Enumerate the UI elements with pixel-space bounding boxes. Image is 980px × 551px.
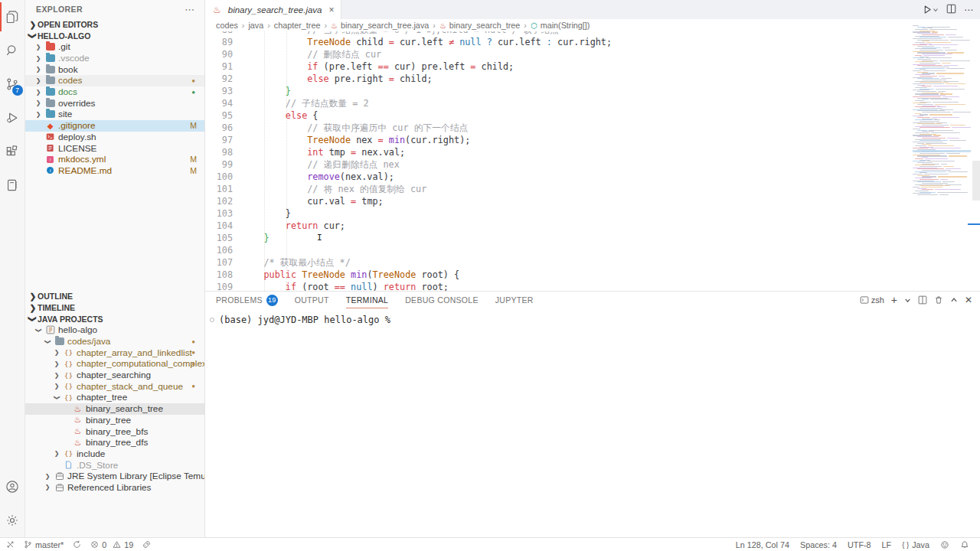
outline-section[interactable]: ❯ OUTLINE xyxy=(25,290,204,302)
code-line-104[interactable]: 104 return cur; xyxy=(205,220,911,232)
code-line-100[interactable]: 100 remove(nex.val); xyxy=(205,171,911,183)
indentation-setting[interactable]: Spaces: 4 xyxy=(800,540,837,549)
code-line-91[interactable]: 91 if (pre.left == cur) pre.left = child… xyxy=(205,60,911,73)
new-terminal-icon[interactable]: + xyxy=(891,294,897,306)
split-terminal-icon[interactable] xyxy=(918,295,927,305)
tree-item-chapter-array-and-linkedlist[interactable]: ❯{}chapter_array_and_linkedlist● xyxy=(25,347,204,358)
code-line-94[interactable]: 94 // 子结点数量 = 2 xyxy=(205,97,911,109)
timeline-section[interactable]: ❯ TIMELINE xyxy=(25,302,204,313)
maximize-panel-icon[interactable] xyxy=(950,296,958,304)
kill-terminal-icon[interactable] xyxy=(934,295,943,305)
editor-scrollbar[interactable] xyxy=(972,161,980,201)
tree-item-license[interactable]: LICENSE xyxy=(25,142,204,154)
tree-item-readme-md[interactable]: iREADME.mdM xyxy=(25,165,204,177)
tree-item-site[interactable]: ❯site xyxy=(25,109,204,120)
code-line-92[interactable]: 92 else pre.right = child; xyxy=(205,73,911,85)
tree-item-docs[interactable]: ❯docs● xyxy=(25,86,204,98)
tree-item--ds-store[interactable]: .DS_Store xyxy=(25,459,204,471)
activity-explorer-icon[interactable] xyxy=(0,0,25,34)
close-tab-icon[interactable]: × xyxy=(329,5,335,15)
tree-item-chapter-computational-complexity[interactable]: ❯{}chapter_computational_complexity● xyxy=(25,358,204,370)
open-editors-section[interactable]: ❯ OPEN EDITORS xyxy=(25,18,204,30)
tab-binary-search-tree[interactable]: ♨ binary_search_tree.java × xyxy=(205,0,341,19)
code-line-106[interactable]: 106 xyxy=(205,244,911,256)
close-panel-icon[interactable]: ✕ xyxy=(965,295,972,305)
git-branch-status[interactable]: master* xyxy=(24,540,64,549)
terminal-shell-picker[interactable]: zsh xyxy=(860,295,884,305)
panel-tab-jupyter[interactable]: JUPYTER xyxy=(495,292,534,308)
feedback-icon[interactable] xyxy=(940,540,949,549)
terminal-prompt-line[interactable]: (base) jyd@JYD-MBP hello-algo % xyxy=(210,315,390,325)
settings-gear-icon[interactable] xyxy=(0,504,25,537)
code-line-98[interactable]: 98 int tmp = nex.val; xyxy=(205,146,911,158)
code-line-97[interactable]: 97 TreeNode nex = min(cur.right); xyxy=(205,134,911,146)
tree-item-codes[interactable]: ❯codes● xyxy=(25,75,204,86)
panel-tab-debug-console[interactable]: DEBUG CONSOLE xyxy=(405,292,479,308)
code-line-93[interactable]: 93 } xyxy=(205,85,911,97)
remote-indicator[interactable] xyxy=(6,540,15,549)
account-icon[interactable] xyxy=(0,470,25,504)
activity-extensions-icon[interactable] xyxy=(0,135,25,168)
tree-item-mkdocs-yml[interactable]: !mkdocs.ymlM xyxy=(25,154,204,165)
code-line-95[interactable]: 95 else { xyxy=(205,109,911,122)
code-line-101[interactable]: 101 // 将 nex 的值复制给 cur xyxy=(205,183,911,195)
breadcrumb-item-binary-search-tree-java[interactable]: ♨binary_search_tree.java xyxy=(331,21,429,30)
minimap[interactable] xyxy=(913,25,971,291)
eol-setting[interactable]: LF xyxy=(882,540,892,549)
tree-item-hello-algo[interactable]: ❯hello-algo xyxy=(25,324,204,336)
more-actions-icon[interactable]: ⋯ xyxy=(185,4,195,15)
sync-button[interactable] xyxy=(73,540,81,549)
tree-item-binary-tree-dfs[interactable]: ♨binary_tree_dfs xyxy=(25,437,204,448)
tree-item-codes-java[interactable]: ❯codes/java● xyxy=(25,336,204,347)
more-actions-icon[interactable]: ⋯ xyxy=(964,5,974,15)
java-projects-section[interactable]: ❯ JAVA PROJECTS xyxy=(25,313,204,324)
code-line-99[interactable]: 99 // 递归删除结点 nex xyxy=(205,158,911,171)
run-button[interactable] xyxy=(923,5,939,15)
notifications-bell-icon[interactable] xyxy=(960,540,969,549)
tree-item-binary-tree-bfs[interactable]: ♨binary_tree_bfs xyxy=(25,425,204,437)
code-editor[interactable]: 88 // 当子结点数量 = 0 / 1 时,child = null / 该子… xyxy=(205,31,911,291)
tree-item-chapter-stack-and-queue[interactable]: ❯{}chapter_stack_and_queue● xyxy=(25,380,204,392)
code-line-109[interactable]: 109 if (root == null) return root; xyxy=(205,281,911,291)
tree-item-referenced-libraries[interactable]: ❯Referenced Libraries xyxy=(25,482,204,494)
tree-item-deploy-sh[interactable]: deploy.sh xyxy=(25,132,204,143)
tree-item-chapter-searching[interactable]: ❯{}chapter_searching xyxy=(25,370,204,381)
breadcrumb-item-binary-search-tree[interactable]: ♨binary_search_tree xyxy=(439,21,520,30)
breadcrumb-item-codes[interactable]: codes xyxy=(216,21,238,30)
tree-item-overrides[interactable]: ❯overrides xyxy=(25,97,204,109)
activity-source-control-icon[interactable]: 7 xyxy=(0,67,25,101)
activity-notebook-icon[interactable] xyxy=(0,168,25,202)
tree-item-jre-system-library-eclipse-temurin-17-17-[interactable]: ❯JRE System Library [Eclipse Temurin 17 … xyxy=(25,471,204,482)
tree-item-chapter-tree[interactable]: ❯{}chapter_tree xyxy=(25,392,204,403)
code-line-103[interactable]: 103 } xyxy=(205,207,911,220)
code-line-102[interactable]: 102 cur.val = tmp; xyxy=(205,195,911,207)
activity-run-debug-icon[interactable] xyxy=(0,101,25,135)
java-rocket-status[interactable] xyxy=(142,540,151,549)
tree-item-book[interactable]: ❯book xyxy=(25,64,204,75)
code-line-105[interactable]: 105 } xyxy=(205,232,911,244)
activity-search-icon[interactable] xyxy=(0,34,25,67)
tree-item--git[interactable]: ❯.git xyxy=(25,41,204,53)
cursor-position[interactable]: Ln 128, Col 74 xyxy=(736,540,789,549)
panel-tab-problems[interactable]: PROBLEMS19 xyxy=(216,292,278,308)
tree-item--gitignore[interactable]: ◆.gitignoreM xyxy=(25,120,204,132)
code-line-90[interactable]: 90 // 删除结点 cur xyxy=(205,48,911,60)
encoding-setting[interactable]: UTF-8 xyxy=(848,540,871,549)
tree-item-binary-search-tree[interactable]: ♨binary_search_tree xyxy=(25,403,204,415)
panel-tab-output[interactable]: OUTPUT xyxy=(295,292,329,308)
split-editor-icon[interactable] xyxy=(946,4,956,16)
problems-status[interactable]: 0 19 xyxy=(90,540,133,549)
tree-item--vscode[interactable]: ❯.vscode xyxy=(25,53,204,64)
language-mode[interactable]: { } Java xyxy=(902,540,929,549)
tree-item-include[interactable]: ❯{}include xyxy=(25,448,204,460)
root-folder-section[interactable]: ❯ HELLO-ALGO xyxy=(25,30,204,41)
code-line-96[interactable]: 96 // 获取中序遍历中 cur 的下一个结点 xyxy=(205,122,911,134)
breadcrumb-item-chapter-tree[interactable]: chapter_tree xyxy=(274,21,321,30)
tree-item-binary-tree[interactable]: ♨binary_tree xyxy=(25,415,204,426)
code-line-89[interactable]: 89 TreeNode child = cur.left ≠ null ? cu… xyxy=(205,36,911,48)
panel-tab-terminal[interactable]: TERMINAL xyxy=(346,292,389,308)
breadcrumb-item-java[interactable]: java xyxy=(248,21,263,30)
terminal-dropdown-icon[interactable] xyxy=(904,297,911,304)
code-line-108[interactable]: 108 public TreeNode min(TreeNode root) { xyxy=(205,269,911,281)
breadcrumb-item-main-string-[interactable]: ⬡main(String[]) xyxy=(531,21,590,30)
